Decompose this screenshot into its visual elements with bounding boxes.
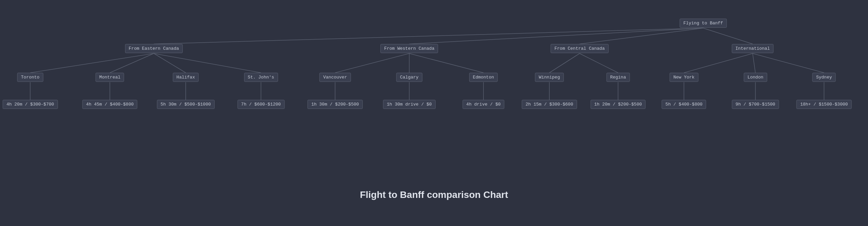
tree-node: Edmonton xyxy=(469,73,498,82)
tree-node: Calgary xyxy=(396,73,422,82)
tree-node: 5h 30m / $500-$1000 xyxy=(157,100,215,109)
tree-node: Montreal xyxy=(96,73,124,82)
tree-node: 5h / $400-$800 xyxy=(662,100,706,109)
connector-lines xyxy=(0,0,868,183)
svg-line-3 xyxy=(703,28,753,44)
svg-line-12 xyxy=(579,53,618,73)
tree-node: Sydney xyxy=(812,73,836,82)
tree-node: New York xyxy=(670,73,698,82)
tree-node: 1h 30m / $200-$500 xyxy=(308,100,362,109)
tree-node: 9h / $700-$1500 xyxy=(732,100,779,109)
tree-node: London xyxy=(744,73,767,82)
tree-node: 7h / $600-$1200 xyxy=(237,100,284,109)
svg-line-7 xyxy=(154,53,261,73)
tree-node: 2h 15m / $300-$600 xyxy=(522,100,577,109)
tree-node: 4h drive / $0 xyxy=(462,100,504,109)
svg-line-1 xyxy=(409,28,703,44)
chart-title: Flight to Banff comparison Chart xyxy=(0,183,868,204)
svg-line-15 xyxy=(753,53,824,73)
tree-node: 1h 30m drive / $0 xyxy=(383,100,436,109)
tree-node: Vancouver xyxy=(319,73,351,82)
tree-node: 4h 20m / $300-$700 xyxy=(3,100,58,109)
svg-line-11 xyxy=(549,53,579,73)
tree-node: 1h 20m / $200-$500 xyxy=(591,100,646,109)
tree-node: Winnipeg xyxy=(535,73,564,82)
tree-node: Regina xyxy=(606,73,630,82)
tree-node: Toronto xyxy=(17,73,43,82)
tree-chart: Flying to BanffFrom Eastern CanadaFrom W… xyxy=(0,0,868,183)
svg-line-4 xyxy=(30,53,154,73)
svg-line-10 xyxy=(409,53,484,73)
tree-node: From Eastern Canada xyxy=(125,44,183,53)
tree-node: Halifax xyxy=(173,73,199,82)
svg-line-14 xyxy=(753,53,755,73)
svg-line-13 xyxy=(684,53,753,73)
tree-node: From Western Canada xyxy=(380,44,438,53)
svg-line-2 xyxy=(579,28,703,44)
tree-node: Flying to Banff xyxy=(679,19,727,28)
svg-line-5 xyxy=(110,53,154,73)
tree-node: From Central Canada xyxy=(551,44,608,53)
tree-node: St. John's xyxy=(244,73,278,82)
svg-line-8 xyxy=(335,53,409,73)
tree-node: 4h 45m / $400-$800 xyxy=(82,100,137,109)
tree-node: 18h+ / $1500-$3000 xyxy=(796,100,851,109)
svg-line-0 xyxy=(154,28,703,44)
svg-line-6 xyxy=(154,53,186,73)
tree-node: International xyxy=(732,44,773,53)
